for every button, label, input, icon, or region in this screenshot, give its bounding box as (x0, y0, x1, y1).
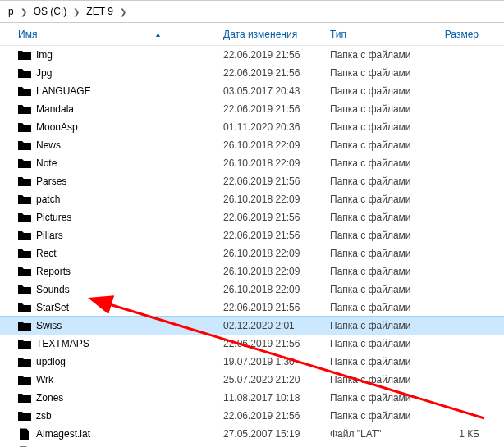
item-name: Img (36, 49, 53, 61)
cell-date: 22.06.2019 21:56 (217, 212, 323, 223)
folder-icon (18, 338, 31, 349)
cell-date: 26.10.2018 22:09 (217, 266, 323, 277)
cell-name: Img (0, 49, 217, 61)
list-item[interactable]: patch26.10.2018 22:09Папка с файлами (0, 190, 504, 208)
list-item[interactable]: Pillars22.06.2019 21:56Папка с файлами (0, 226, 504, 244)
breadcrumb-seg-2[interactable]: ZET 9 (85, 6, 114, 17)
cell-size: 1 КБ (420, 428, 486, 440)
item-name: Mandala (36, 103, 74, 115)
cell-type: Папка с файлами (323, 230, 420, 241)
list-item[interactable]: Jpg22.06.2019 21:56Папка с файлами (0, 64, 504, 82)
cell-date: 22.06.2019 21:56 (217, 103, 323, 115)
cell-date: 26.10.2018 22:09 (217, 248, 323, 259)
cell-type: Папка с файлами (323, 194, 420, 205)
item-name: Pillars (36, 230, 63, 241)
cell-type: Папка с файлами (323, 320, 420, 331)
list-item[interactable]: Zones11.08.2017 10:18Папка с файлами (0, 389, 504, 407)
list-item[interactable]: Swiss02.12.2020 2:01Папка с файлами (0, 317, 504, 335)
item-name: patch (36, 194, 60, 205)
cell-date: 11.08.2017 10:18 (217, 392, 323, 404)
cell-name: Swiss (0, 320, 217, 331)
cell-date: 26.10.2018 22:09 (217, 139, 323, 151)
cell-name: News (0, 139, 217, 151)
cell-date: 02.12.2020 2:01 (217, 320, 323, 331)
folder-icon (18, 176, 31, 187)
folder-icon (18, 320, 31, 331)
list-item[interactable]: Sounds26.10.2018 22:09Папка с файлами (0, 281, 504, 299)
chevron-right-icon[interactable]: ❯ (73, 7, 80, 16)
folder-icon (18, 49, 31, 61)
item-name: Wrk (36, 374, 53, 385)
header-date[interactable]: Дата изменения (217, 23, 323, 45)
cell-type: Папка с файлами (323, 302, 420, 313)
list-item[interactable]: News26.10.2018 22:09Папка с файлами (0, 136, 504, 154)
item-name: zsb (36, 410, 52, 422)
list-item[interactable]: zsb22.06.2019 21:56Папка с файлами (0, 407, 504, 425)
cell-date: 27.05.2007 15:19 (217, 428, 323, 440)
list-item[interactable]: Wrk25.07.2020 21:20Папка с файлами (0, 371, 504, 389)
folder-icon (18, 67, 31, 79)
item-name: LANGUAGE (36, 85, 91, 97)
breadcrumb-seg-0[interactable]: р (7, 6, 16, 17)
cell-name: Sounds (0, 284, 217, 295)
breadcrumb[interactable]: р ❯ OS (C:) ❯ ZET 9 ❯ (0, 0, 504, 23)
list-item[interactable]: Rect26.10.2018 22:09Папка с файлами (0, 244, 504, 262)
cell-name: MoonAsp (0, 121, 217, 133)
header-type[interactable]: Тип (323, 23, 420, 45)
list-item[interactable]: Pictures22.06.2019 21:56Папка с файлами (0, 208, 504, 226)
folder-icon (18, 194, 31, 205)
chevron-right-icon[interactable]: ❯ (120, 7, 126, 16)
cell-type: Папка с файлами (323, 121, 420, 133)
list-item[interactable]: AlmutenFigurisVirtue26.10.2018 22:10Текс… (0, 443, 504, 447)
file-list[interactable]: Имя ▴ Дата изменения Тип Размер Img22.06… (0, 23, 504, 447)
list-item[interactable]: TEXTMAPS22.06.2019 21:56Папка с файлами (0, 335, 504, 353)
cell-type: Папка с файлами (323, 356, 420, 367)
folder-icon (18, 103, 31, 115)
folder-icon (18, 157, 31, 169)
cell-name: Zones (0, 392, 217, 404)
list-item[interactable]: LANGUAGE03.05.2017 20:43Папка с файлами (0, 82, 504, 100)
cell-date: 22.06.2019 21:56 (217, 230, 323, 241)
header-type-label: Тип (330, 29, 346, 40)
breadcrumb-seg-1[interactable]: OS (C:) (32, 6, 69, 17)
header-name[interactable]: Имя ▴ (0, 23, 217, 45)
cell-date: 26.10.2018 22:09 (217, 194, 323, 205)
cell-name: TEXTMAPS (0, 338, 217, 349)
cell-type: Файл "LAT" (323, 428, 420, 440)
item-name: Swiss (36, 320, 62, 331)
header-size[interactable]: Размер (420, 23, 486, 45)
list-item[interactable]: MoonAsp01.11.2020 20:36Папка с файлами (0, 118, 504, 136)
cell-date: 22.06.2019 21:56 (217, 338, 323, 349)
folder-icon (18, 212, 31, 223)
list-item[interactable]: updlog19.07.2019 1:30Папка с файлами (0, 353, 504, 371)
cell-name: Pictures (0, 212, 217, 223)
file-icon (18, 428, 31, 440)
chevron-right-icon[interactable]: ❯ (21, 7, 27, 16)
cell-type: Папка с файлами (323, 49, 420, 61)
item-name: Note (36, 157, 57, 169)
cell-type: Папка с файлами (323, 139, 420, 151)
folder-icon (18, 266, 31, 277)
list-item[interactable]: Note26.10.2018 22:09Папка с файлами (0, 154, 504, 172)
cell-type: Папка с файлами (323, 410, 420, 422)
cell-type: Папка с файлами (323, 338, 420, 349)
cell-date: 26.10.2018 22:09 (217, 157, 323, 169)
cell-date: 19.07.2019 1:30 (217, 356, 323, 367)
cell-name: Note (0, 157, 217, 169)
item-name: MoonAsp (36, 121, 78, 133)
list-item[interactable]: StarSet22.06.2019 21:56Папка с файлами (0, 299, 504, 317)
cell-type: Папка с файлами (323, 103, 420, 115)
cell-name: Jpg (0, 67, 217, 79)
list-item[interactable]: Mandala22.06.2019 21:56Папка с файлами (0, 100, 504, 118)
cell-date: 22.06.2019 21:56 (217, 410, 323, 422)
item-name: Sounds (36, 284, 70, 295)
list-item[interactable]: Parses22.06.2019 21:56Папка с файлами (0, 172, 504, 190)
cell-name: LANGUAGE (0, 85, 217, 97)
list-item[interactable]: Img22.06.2019 21:56Папка с файлами (0, 46, 504, 64)
list-item[interactable]: Reports26.10.2018 22:09Папка с файлами (0, 262, 504, 281)
cell-type: Папка с файлами (323, 67, 420, 79)
sort-ascending-icon: ▴ (156, 30, 160, 39)
folder-icon (18, 302, 31, 313)
item-name: updlog (36, 356, 66, 367)
list-item[interactable]: Almagest.lat27.05.2007 15:19Файл "LAT"1 … (0, 425, 504, 443)
